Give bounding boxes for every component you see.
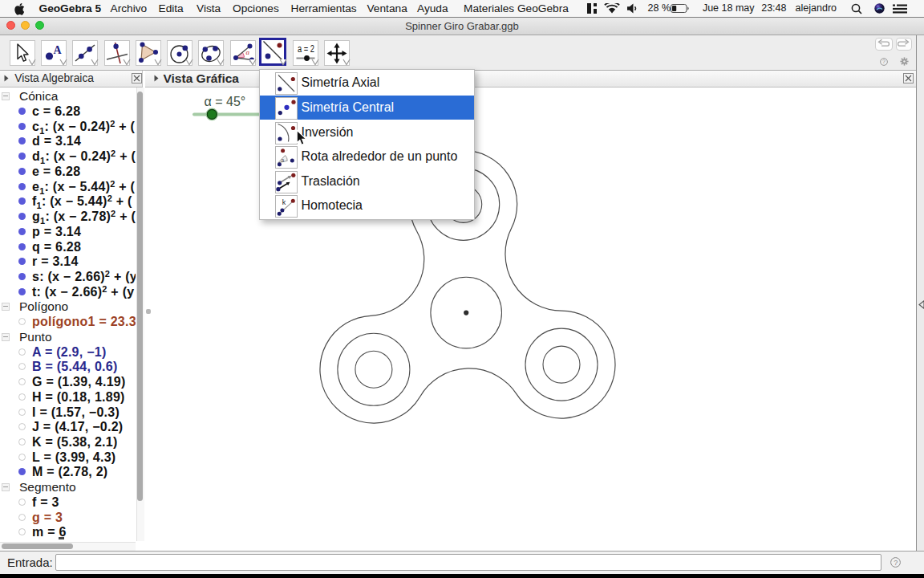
svg-text:k: k	[282, 198, 286, 206]
svg-text:α = 45°: α = 45°	[205, 95, 246, 108]
svg-text:?: ?	[882, 59, 886, 64]
svg-text:a = 2: a = 2	[298, 43, 314, 54]
svg-text:a: a	[245, 48, 249, 56]
svg-text:A: A	[54, 44, 63, 56]
svg-text:?: ?	[894, 559, 898, 567]
svg-text:a: a	[281, 157, 284, 163]
